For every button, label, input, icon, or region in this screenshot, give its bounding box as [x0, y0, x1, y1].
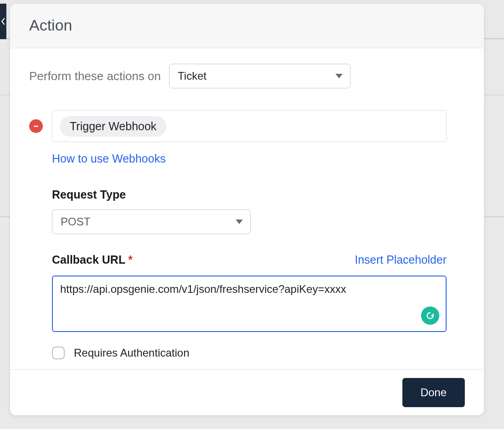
dialog-title: Action	[29, 16, 465, 34]
required-asterisk: *	[128, 253, 133, 266]
callback-url-input-wrap: https://api.opsgenie.com/v1/json/freshse…	[52, 276, 447, 332]
action-dialog: Action Perform these actions on Ticket T…	[10, 4, 484, 415]
done-button[interactable]: Done	[402, 378, 465, 407]
callback-url-input[interactable]: https://api.opsgenie.com/v1/json/freshse…	[60, 283, 438, 325]
back-tab[interactable]	[0, 4, 6, 39]
chevron-left-icon	[1, 18, 5, 25]
dialog-body: Perform these actions on Ticket Trigger …	[10, 48, 484, 369]
request-type-label: Request Type	[52, 188, 447, 201]
dialog-header: Action	[10, 4, 484, 48]
callback-url-label: Callback URL*	[52, 253, 133, 266]
minus-icon	[32, 123, 40, 130]
perform-target-select[interactable]: Ticket	[169, 64, 350, 88]
caret-down-icon	[335, 74, 343, 78]
remove-action-button[interactable]	[29, 119, 43, 133]
perform-target-value: Ticket	[178, 70, 206, 82]
request-type-value: POST	[61, 215, 90, 228]
grammarly-icon	[425, 311, 435, 321]
insert-placeholder-link[interactable]: Insert Placeholder	[355, 253, 447, 266]
action-type-box[interactable]: Trigger Webhook	[52, 110, 447, 142]
webhooks-help-link[interactable]: How to use Webhooks	[52, 152, 166, 165]
request-type-select[interactable]: POST	[52, 209, 251, 234]
perform-actions-label: Perform these actions on	[29, 69, 161, 83]
svg-rect-0	[34, 126, 38, 127]
action-type-chip: Trigger Webhook	[60, 116, 166, 137]
requires-auth-label: Requires Authentication	[74, 347, 190, 359]
requires-auth-checkbox[interactable]	[52, 347, 65, 359]
caret-down-icon	[236, 220, 243, 224]
dialog-footer: Done	[10, 369, 484, 415]
grammarly-badge[interactable]	[421, 306, 439, 325]
